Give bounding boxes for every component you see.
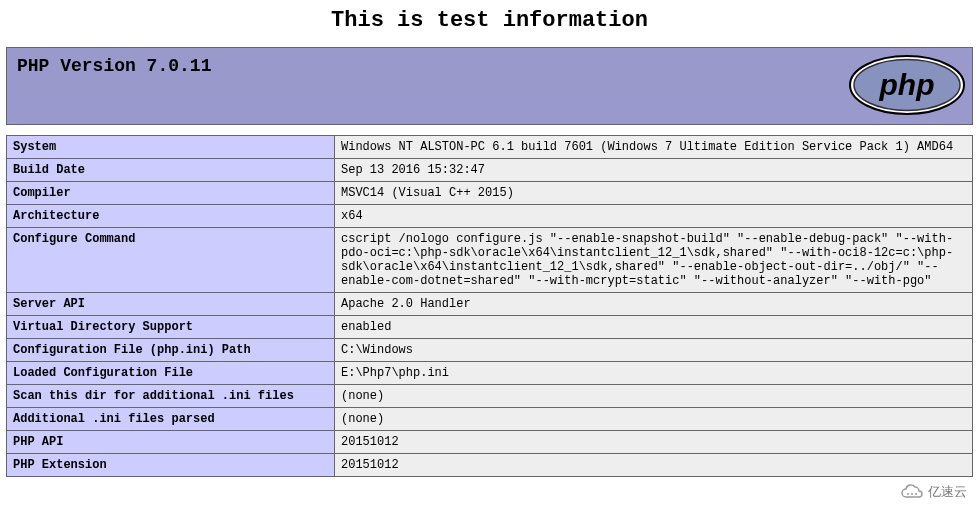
row-key: Server API: [7, 293, 335, 316]
table-row: Loaded Configuration FileE:\Php7\php.ini: [7, 362, 973, 385]
row-key: Additional .ini files parsed: [7, 408, 335, 431]
row-value: (none): [335, 408, 973, 431]
svg-text:php: php: [879, 68, 935, 101]
row-key: PHP Extension: [7, 454, 335, 477]
table-row: Build DateSep 13 2016 15:32:47: [7, 159, 973, 182]
cloud-icon: [900, 484, 924, 500]
row-value: Apache 2.0 Handler: [335, 293, 973, 316]
php-version-banner: PHP Version 7.0.11 php: [6, 47, 973, 125]
row-value: cscript /nologo configure.js "--enable-s…: [335, 228, 973, 293]
row-key: Virtual Directory Support: [7, 316, 335, 339]
row-key: Compiler: [7, 182, 335, 205]
php-logo-icon: php: [848, 54, 966, 119]
table-row: Additional .ini files parsed(none): [7, 408, 973, 431]
row-key: Architecture: [7, 205, 335, 228]
row-key: Configure Command: [7, 228, 335, 293]
page-title: This is test information: [0, 8, 979, 33]
table-row: SystemWindows NT ALSTON-PC 6.1 build 760…: [7, 136, 973, 159]
row-key: PHP API: [7, 431, 335, 454]
table-row: CompilerMSVC14 (Visual C++ 2015): [7, 182, 973, 205]
row-value: Windows NT ALSTON-PC 6.1 build 7601 (Win…: [335, 136, 973, 159]
svg-point-5: [915, 493, 917, 495]
row-value: (none): [335, 385, 973, 408]
table-row: Configuration File (php.ini) PathC:\Wind…: [7, 339, 973, 362]
row-value: Sep 13 2016 15:32:47: [335, 159, 973, 182]
row-value: 20151012: [335, 431, 973, 454]
row-value: MSVC14 (Visual C++ 2015): [335, 182, 973, 205]
svg-point-3: [907, 493, 909, 495]
row-value: E:\Php7\php.ini: [335, 362, 973, 385]
table-row: Virtual Directory Supportenabled: [7, 316, 973, 339]
watermark-text: 亿速云: [928, 483, 967, 501]
row-value: C:\Windows: [335, 339, 973, 362]
row-key: System: [7, 136, 335, 159]
row-key: Build Date: [7, 159, 335, 182]
watermark: 亿速云: [896, 481, 973, 503]
row-key: Scan this dir for additional .ini files: [7, 385, 335, 408]
svg-point-4: [911, 493, 913, 495]
table-row: Configure Commandcscript /nologo configu…: [7, 228, 973, 293]
php-version-label: PHP Version 7.0.11: [17, 56, 211, 76]
table-row: Scan this dir for additional .ini files(…: [7, 385, 973, 408]
row-key: Loaded Configuration File: [7, 362, 335, 385]
row-value: enabled: [335, 316, 973, 339]
phpinfo-table-body: SystemWindows NT ALSTON-PC 6.1 build 760…: [7, 136, 973, 477]
row-value: 20151012: [335, 454, 973, 477]
table-row: Architecturex64: [7, 205, 973, 228]
row-value: x64: [335, 205, 973, 228]
table-row: Server APIApache 2.0 Handler: [7, 293, 973, 316]
table-row: PHP Extension20151012: [7, 454, 973, 477]
row-key: Configuration File (php.ini) Path: [7, 339, 335, 362]
phpinfo-table: SystemWindows NT ALSTON-PC 6.1 build 760…: [6, 135, 973, 477]
table-row: PHP API20151012: [7, 431, 973, 454]
